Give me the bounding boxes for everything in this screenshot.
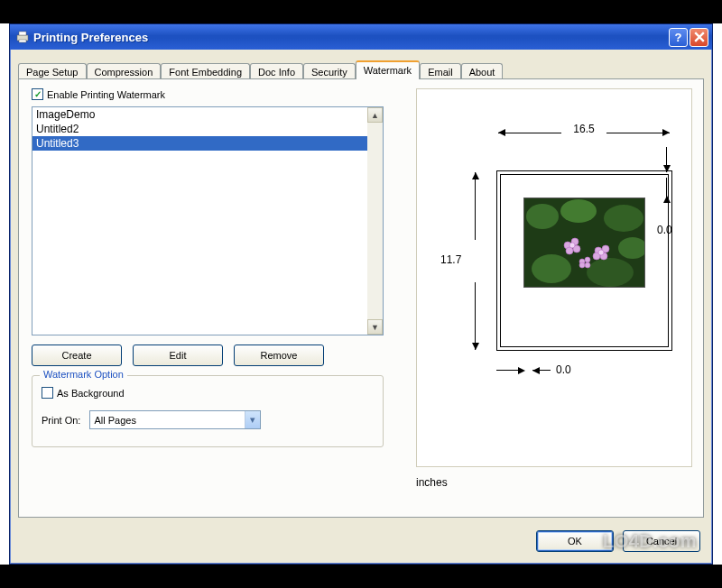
print-on-value: All Pages [94, 415, 135, 426]
button-label: Cancel [646, 536, 677, 547]
printer-icon [15, 30, 30, 44]
list-item-text: Untitled2 [36, 123, 79, 135]
scrollbar[interactable]: ▲ ▼ [367, 107, 383, 335]
letterbox-top [0, 0, 722, 23]
window: Printing Preferences ? Page Setup Compre… [9, 23, 713, 565]
help-button[interactable]: ? [669, 28, 688, 47]
dimension-width: 16.5 [498, 125, 670, 140]
check-icon: ✓ [32, 88, 43, 100]
tab-label: Doc Info [258, 67, 295, 78]
list-item[interactable]: Untitled2 [32, 122, 367, 136]
ok-button[interactable]: OK [536, 530, 614, 552]
button-label: Edit [170, 350, 187, 361]
group-legend: Watermark Option [40, 369, 127, 380]
arrow-up-icon [472, 172, 479, 179]
print-on-label: Print On: [42, 415, 80, 426]
chevron-down-icon: ▾ [245, 411, 260, 428]
button-label: Remove [261, 350, 298, 361]
tab-label: Font Embedding [169, 67, 242, 78]
svg-point-6 [604, 205, 643, 232]
watermark-thumbnail [523, 198, 645, 288]
units-label: inches [416, 476, 448, 489]
svg-rect-2 [19, 40, 26, 42]
watermark-listbox[interactable]: ImageDemo Untitled2 Untitled3 ▲ ▼ [32, 106, 384, 335]
dialog-buttons: OK Cancel [536, 530, 700, 552]
tab-label: Compression [95, 67, 153, 78]
list-item-text: ImageDemo [36, 108, 95, 121]
svg-point-14 [569, 243, 575, 248]
watermark-option-group: Watermark Option As Background Print On:… [32, 375, 384, 447]
checkbox-icon [42, 387, 53, 399]
tabpanel-watermark: ✓ Enable Printing Watermark ImageDemo Un… [18, 78, 704, 518]
tab-label: Page Setup [26, 67, 79, 78]
enable-watermark-label: Enable Printing Watermark [47, 89, 165, 100]
dimension-height-value: 11.7 [440, 253, 461, 266]
tab-label: Watermark [364, 65, 412, 76]
tab-label: About [469, 67, 495, 78]
close-button[interactable] [690, 28, 708, 47]
tab-label: Security [311, 67, 347, 78]
list-item-text: Untitled3 [36, 137, 79, 150]
tab-label: Email [428, 67, 453, 78]
window-title: Printing Preferences [33, 31, 667, 44]
dimension-offset-x: 0.0 [496, 363, 587, 381]
print-on-select[interactable]: All Pages ▾ [89, 410, 261, 429]
print-on-row: Print On: All Pages ▾ [42, 410, 261, 429]
preview-pane: 16.5 11.7 0.0 [416, 88, 692, 467]
list-item[interactable]: ImageDemo [32, 107, 367, 122]
as-background-checkbox[interactable]: As Background [42, 387, 125, 399]
letterbox-bottom [0, 565, 722, 588]
svg-rect-1 [19, 32, 26, 35]
arrow-down-icon [472, 343, 479, 350]
svg-point-5 [560, 199, 597, 223]
svg-point-7 [532, 254, 571, 283]
cancel-button[interactable]: Cancel [623, 530, 700, 552]
svg-point-22 [585, 262, 590, 268]
svg-point-21 [585, 257, 590, 262]
scroll-down-button[interactable]: ▼ [367, 319, 383, 335]
remove-button[interactable]: Remove [234, 345, 324, 366]
edit-button[interactable]: Edit [133, 345, 223, 366]
dimension-height: 11.7 [444, 172, 482, 350]
titlebar[interactable]: Printing Preferences ? [10, 24, 712, 50]
dimension-width-value: 16.5 [498, 123, 670, 135]
create-button[interactable]: Create [32, 345, 122, 366]
svg-point-8 [587, 258, 634, 287]
as-background-label: As Background [57, 388, 125, 399]
scroll-up-button[interactable]: ▲ [367, 107, 383, 123]
button-label: Create [61, 350, 91, 361]
arrow-right-icon [518, 367, 525, 374]
enable-watermark-checkbox[interactable]: ✓ Enable Printing Watermark [32, 88, 165, 100]
tab-watermark[interactable]: Watermark [356, 60, 420, 79]
svg-point-23 [579, 262, 585, 268]
svg-point-4 [526, 204, 559, 229]
page-outline [496, 170, 672, 351]
watermark-button-row: Create Edit Remove [32, 345, 324, 366]
dimension-offset-x-value: 0.0 [556, 363, 571, 376]
button-label: OK [568, 536, 582, 547]
list-item[interactable]: Untitled3 [32, 136, 367, 151]
client-area: Page Setup Compression Font Embedding Do… [13, 52, 709, 561]
svg-point-19 [598, 250, 604, 255]
tabstrip: Page Setup Compression Font Embedding Do… [18, 58, 704, 79]
